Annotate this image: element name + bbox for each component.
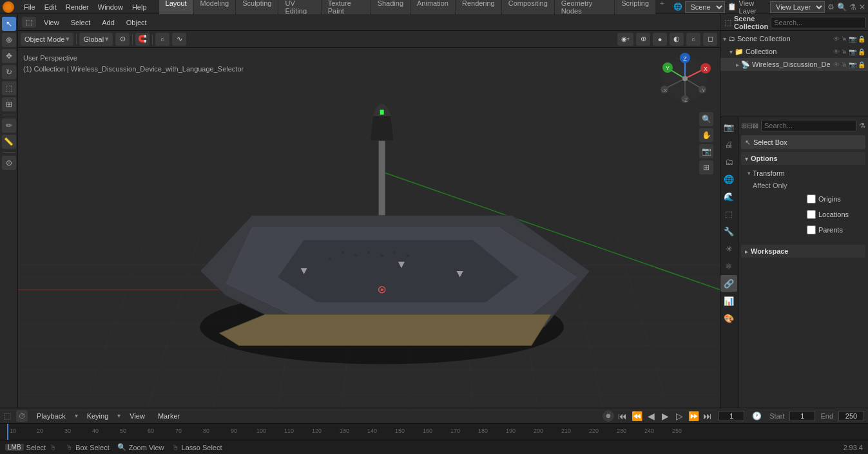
tl-next-frame-btn[interactable]: ▷: [673, 411, 685, 421]
tool-select[interactable]: ↖: [2, 17, 16, 31]
props-tab-material[interactable]: 🎨: [720, 310, 737, 326]
vp-menu-select[interactable]: Select: [67, 17, 95, 28]
tool-measure[interactable]: 📏: [2, 135, 16, 149]
outliner-search[interactable]: [771, 17, 866, 28]
props-tab-world[interactable]: 🌊: [720, 188, 737, 205]
timeline-editor-type[interactable]: ⬚: [4, 411, 11, 421]
menu-edit[interactable]: Edit: [40, 2, 61, 12]
filter-btn[interactable]: ⚗: [849, 3, 856, 12]
options-btn[interactable]: ⚙: [827, 3, 834, 12]
locations-checkbox[interactable]: [807, 210, 816, 219]
vp-menu-add[interactable]: Add: [98, 17, 119, 28]
tool-annotate[interactable]: ✏: [2, 118, 16, 133]
tl-start-frame[interactable]: 1: [789, 411, 815, 421]
tl-next-keyframe-btn[interactable]: ⏩: [688, 411, 699, 421]
render-region-btn[interactable]: ⊞: [699, 160, 713, 175]
props-tab-data[interactable]: 📊: [720, 292, 737, 309]
select-icon-0[interactable]: 🖱: [841, 35, 847, 43]
timeline-icon[interactable]: ⏱: [16, 410, 28, 422]
props-tab-view-layer[interactable]: 🗂: [720, 153, 737, 170]
select-icon-1[interactable]: 🖱: [841, 48, 847, 55]
tl-prev-frame-btn[interactable]: ◀: [645, 411, 657, 421]
tl-clock-icon[interactable]: 🕐: [752, 411, 762, 421]
camera-btn[interactable]: 📷: [699, 144, 713, 158]
options-section-header[interactable]: ▾ Options: [741, 152, 865, 165]
tool-transform[interactable]: ⊞: [2, 97, 16, 111]
tab-sculpting[interactable]: Sculpting: [236, 0, 278, 16]
select-icon-2[interactable]: 🖱: [841, 61, 847, 68]
tl-play-btn[interactable]: ▶: [659, 411, 671, 421]
tool-scale[interactable]: ⬚: [2, 81, 16, 95]
menu-window[interactable]: Window: [93, 2, 128, 12]
lock-icon-2[interactable]: 🔒: [858, 61, 865, 68]
props-filter-icon[interactable]: ⚗: [859, 122, 865, 130]
tab-modeling[interactable]: Modeling: [194, 0, 236, 16]
tool-cursor[interactable]: ⊕: [2, 33, 16, 47]
tl-record-btn[interactable]: ⏺: [603, 410, 614, 422]
outliner-item-collection[interactable]: ▾ 📁 Collection 👁 🖱 📷 🔒: [720, 45, 868, 58]
render-icon-0[interactable]: 📷: [849, 35, 856, 43]
props-tab-render[interactable]: 📷: [720, 118, 737, 135]
overlay-btn[interactable]: ◉ ▾: [617, 33, 633, 46]
tl-current-frame[interactable]: 1: [719, 411, 744, 421]
tl-menu-playback[interactable]: Playback: [33, 411, 70, 421]
mode-selector[interactable]: Object Mode ▾: [21, 33, 73, 46]
props-tab-scene[interactable]: 🌐: [720, 171, 737, 187]
viewport-shading-solid[interactable]: ●: [653, 33, 667, 46]
props-tab-constraints[interactable]: 🔗: [720, 275, 737, 292]
visibility-icon-1[interactable]: 👁: [833, 48, 840, 55]
vp-menu-editor-type[interactable]: ⬚: [22, 17, 36, 28]
props-tab-object[interactable]: ⬚: [720, 205, 737, 222]
pivot-btn[interactable]: ⊙: [115, 33, 130, 46]
snap-btn[interactable]: 🧲: [135, 33, 149, 46]
viewport-shading-wire[interactable]: ◻: [703, 33, 717, 46]
tl-menu-view[interactable]: View: [126, 411, 149, 421]
lock-icon-1[interactable]: 🔒: [858, 48, 865, 55]
tab-rendering[interactable]: Rendering: [456, 0, 501, 16]
vp-menu-view[interactable]: View: [40, 17, 63, 28]
menu-file[interactable]: File: [19, 2, 40, 12]
origins-checkbox[interactable]: [807, 194, 816, 203]
close-btn[interactable]: ✕: [859, 3, 865, 12]
outliner-item-device[interactable]: ▸ 📡 Wireless_Discussion_De 👁 🖱 📷 🔒: [720, 58, 868, 71]
tab-uv-editing[interactable]: UV Editing: [278, 0, 320, 16]
tl-menu-marker[interactable]: Marker: [154, 411, 184, 421]
props-tab-output[interactable]: 🖨: [720, 136, 737, 153]
props-search-input[interactable]: [761, 120, 856, 131]
viewport-shading-rendered[interactable]: ○: [686, 33, 700, 46]
add-workspace-button[interactable]: +: [656, 0, 668, 16]
viewport-shading-material[interactable]: ◐: [670, 33, 684, 46]
tl-menu-keying[interactable]: Keying: [83, 411, 113, 421]
tab-texture-paint[interactable]: Texture Paint: [322, 0, 371, 16]
lock-icon-0[interactable]: 🔒: [858, 35, 865, 43]
visibility-icon-0[interactable]: 👁: [833, 35, 840, 43]
workspace-section-header[interactable]: ▸ Workspace: [741, 245, 865, 258]
search-btn[interactable]: 🔍: [837, 3, 847, 12]
zoom-in-btn[interactable]: 🔍: [699, 112, 713, 126]
menu-help[interactable]: Help: [128, 2, 151, 12]
timeline-ruler[interactable]: 10 20 30 40 50 60 70 80 90 100 110 120 1…: [0, 424, 868, 440]
tab-shading[interactable]: Shading: [371, 0, 410, 16]
viewport-canvas[interactable]: ⊞ ⊞ ◇: [18, 48, 720, 408]
tl-end-frame[interactable]: 250: [838, 411, 864, 421]
tab-layout[interactable]: Layout: [159, 0, 193, 16]
falloff-btn[interactable]: ∿: [172, 33, 186, 46]
visibility-icon-2[interactable]: 👁: [833, 61, 840, 68]
render-icon-2[interactable]: 📷: [849, 61, 856, 68]
tab-compositing[interactable]: Compositing: [502, 0, 554, 16]
tool-rotate[interactable]: ↻: [2, 65, 16, 79]
tl-prev-keyframe-btn[interactable]: ⏪: [631, 411, 642, 421]
tool-add[interactable]: ⊙: [2, 156, 16, 170]
transform-global-btn[interactable]: Global ▾: [79, 33, 113, 46]
nav-gizmo[interactable]: X Y Z -X -Y: [659, 53, 711, 104]
gizmo-btn[interactable]: ⊕: [636, 33, 650, 46]
tl-start-btn[interactable]: ⏮: [617, 411, 628, 421]
transform-subsection-header[interactable]: ▾ Transform: [745, 167, 862, 179]
tab-animation[interactable]: Animation: [410, 0, 455, 16]
render-icon-1[interactable]: 📷: [849, 48, 856, 55]
props-tab-particles[interactable]: ✳: [720, 240, 737, 257]
props-tab-modifiers[interactable]: 🔧: [720, 223, 737, 240]
tool-move[interactable]: ✥: [2, 49, 16, 63]
vp-menu-object[interactable]: Object: [122, 17, 151, 28]
tl-end-btn[interactable]: ⏭: [702, 411, 713, 421]
